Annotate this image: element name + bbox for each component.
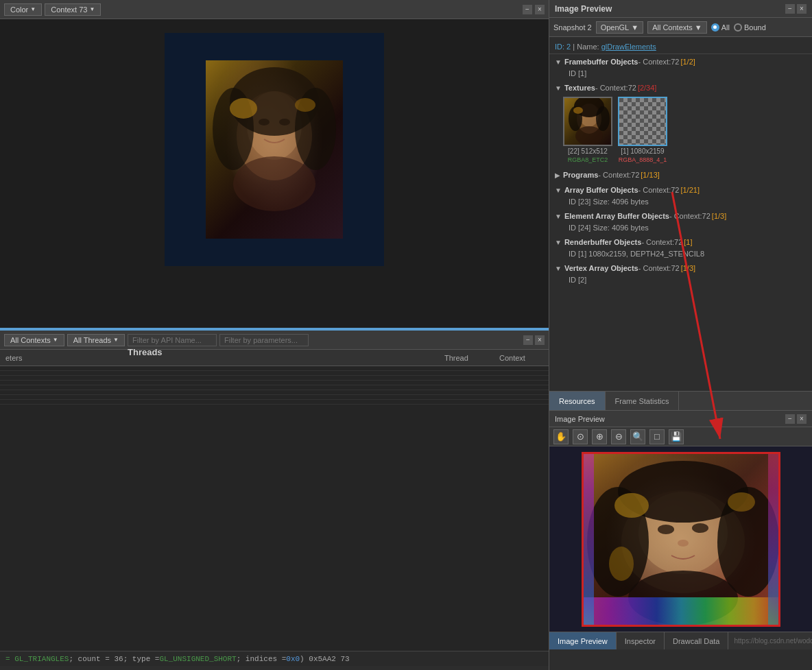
textures-context: - Context:72	[595, 84, 636, 92]
svg-point-15	[596, 106, 610, 131]
tool-hand-icon[interactable]: ✋	[553, 429, 569, 444]
function-name[interactable]: glDrawElements	[601, 43, 656, 51]
preview-image	[582, 452, 780, 627]
resources-toolbar: Snapshot 2 OpenGL ▼ All Contexts ▼ All B…	[549, 18, 812, 37]
tool-target-icon[interactable]: ⊙	[573, 429, 588, 444]
calltrace-close-button[interactable]: ×	[535, 335, 545, 345]
renderbuffer-children: ID [1] 1080x2159, DEPTH24_STENCIL8	[549, 248, 812, 259]
color-distortion-left	[584, 454, 594, 627]
textures-arrow-icon: ▼	[555, 84, 562, 92]
svg-point-21	[678, 540, 689, 547]
svg-point-28	[609, 547, 634, 581]
tool-square-icon[interactable]: □	[649, 429, 665, 444]
image-preview-close-button[interactable]: ×	[797, 414, 807, 424]
context-dropdown[interactable]: Context 73 ▼	[45, 3, 101, 16]
call-row-1[interactable]	[0, 366, 549, 371]
resources-minimize-button[interactable]: −	[785, 4, 795, 14]
renderbuffer-header[interactable]: ▼ Renderbuffer Objects - Context:72 [1]	[549, 236, 812, 248]
context-label: Context	[499, 354, 525, 362]
array-buffer-arrow-icon: ▼	[555, 187, 562, 194]
renderbuffer-item-1[interactable]: ID [1] 1080x2159, DEPTH24_STENCIL8	[563, 248, 812, 259]
calltrace-context-dropdown[interactable]: All Contexts ▼	[4, 334, 64, 346]
calltrace-content	[0, 366, 549, 651]
framebuffer-count: [1/2]	[680, 58, 695, 66]
programs-header[interactable]: ▶ Programs - Context:72 [1/13]	[549, 169, 812, 181]
radio-bound-option[interactable]: Bound	[734, 23, 766, 32]
svg-point-26	[614, 493, 649, 518]
programs-title: Programs	[563, 171, 598, 179]
array-buffer-item-1[interactable]: ID [23] Size: 4096 bytes	[563, 196, 812, 207]
programs-context: - Context:72	[598, 171, 639, 179]
call-row-4[interactable]	[0, 381, 549, 385]
textures-header[interactable]: ▼ Textures - Context:72 [2/34]	[549, 82, 812, 94]
tool-save-icon[interactable]: 💾	[669, 429, 684, 444]
opengl-dropdown[interactable]: OpenGL ▼	[596, 21, 643, 34]
statusbar-text2: ; indices =	[237, 655, 287, 663]
footer-tab-drawcall[interactable]: Drawcall Data	[665, 632, 728, 649]
all-contexts-dropdown[interactable]: All Contexts ▼	[647, 21, 707, 34]
radio-all-option[interactable]: All	[711, 23, 730, 32]
resources-window-controls: − ×	[785, 4, 807, 14]
calltrace-context-arrow-icon: ▼	[53, 337, 58, 343]
call-row-2[interactable]	[0, 371, 549, 376]
framebuffer-header[interactable]: ▼ Framebuffer Objects - Context:72 [1/2]	[549, 56, 812, 68]
calltrace-statusbar: = GL_TRIANGLES ; count = 36; type = GL_U…	[0, 651, 549, 666]
element-array-item-1[interactable]: ID [24] Size: 4096 bytes	[563, 222, 812, 233]
id-name-bar: ID: 2 | Name: glDrawElements	[549, 40, 812, 54]
call-row-6[interactable]	[0, 390, 549, 395]
viewport-close-button[interactable]: ×	[535, 5, 545, 14]
renderbuffer-arrow-icon: ▼	[555, 239, 562, 246]
statusbar-kw3: 0x0	[286, 655, 300, 663]
tool-zoom-out-icon[interactable]: ⊖	[611, 429, 626, 444]
vertex-array-header[interactable]: ▼ Vertex Array Objects - Context:72 [1/3…	[549, 262, 812, 274]
vertex-array-count: [1/3]	[681, 264, 695, 272]
thread-label: Thread	[444, 354, 468, 362]
svg-point-12	[575, 126, 603, 145]
image-preview-minimize-button[interactable]: −	[785, 414, 795, 424]
api-name-filter[interactable]	[128, 334, 217, 346]
element-array-children: ID [24] Size: 4096 bytes	[549, 222, 812, 233]
call-row-8[interactable]	[0, 400, 549, 405]
element-array-context: - Context:72	[669, 212, 710, 220]
texture-image-1	[563, 97, 612, 146]
call-row-7[interactable]	[0, 395, 549, 400]
texture-thumb-2[interactable]: [1] 1080x2159 RGBA_8888_4_1	[618, 97, 667, 163]
resources-content: ID: 2 | Name: glDrawElements ▼ Framebuff…	[549, 37, 812, 372]
threads-label: Threads	[128, 347, 163, 357]
element-array-header[interactable]: ▼ Element Array Buffer Objects - Context…	[549, 210, 812, 222]
framebuffer-item-1[interactable]: ID [1]	[563, 68, 812, 79]
calltrace-columns: eters Thread Context	[0, 350, 549, 366]
statusbar-text1: ; count = 36; type =	[69, 655, 159, 663]
calltrace-context-label: All Contexts	[10, 336, 51, 344]
texture-format-1: RGBA8_ETC2	[568, 156, 608, 163]
element-array-section: ▼ Element Array Buffer Objects - Context…	[549, 208, 812, 235]
texture-thumb-1[interactable]: [22] 512x512 RGBA8_ETC2	[563, 97, 612, 163]
call-row-5[interactable]	[0, 385, 549, 390]
viewport-minimize-button[interactable]: −	[523, 5, 532, 14]
framebuffer-children: ID [1]	[549, 68, 812, 79]
viewport-window-controls: − ×	[523, 5, 545, 14]
tool-zoom-in-icon[interactable]: ⊕	[592, 429, 607, 444]
footer-tab-inspector[interactable]: Inspector	[617, 632, 665, 649]
array-buffer-header[interactable]: ▼ Array Buffer Objects - Context:72 [1/2…	[549, 184, 812, 196]
tab-frame-statistics[interactable]: Frame Statistics	[606, 392, 680, 410]
tool-magnify-icon[interactable]: 🔍	[630, 429, 645, 444]
color-dropdown[interactable]: Color ▼	[4, 3, 42, 16]
renderbuffer-context: - Context:72	[641, 238, 682, 246]
vertex-array-item-1[interactable]: ID [2]	[563, 274, 812, 285]
texture-face-svg-1	[564, 98, 612, 146]
params-label: eters	[5, 354, 22, 362]
tab-resources-label: Resources	[559, 397, 595, 405]
resources-titlebar: Image Preview − ×	[549, 0, 812, 18]
calltrace-minimize-button[interactable]: −	[523, 335, 533, 345]
resources-close-button[interactable]: ×	[797, 4, 807, 14]
footer-url: https://blog.csdn.net/wodownload2	[728, 632, 812, 649]
params-filter[interactable]	[219, 334, 309, 346]
svg-point-8	[230, 98, 257, 119]
footer-tab-preview[interactable]: Image Preview	[549, 632, 617, 649]
call-row-3[interactable]	[0, 376, 549, 381]
image-preview-titlebar: Image Preview − ×	[549, 411, 812, 427]
calltrace-threads-dropdown[interactable]: All Threads ▼	[67, 334, 125, 346]
opengl-label: OpenGL	[601, 23, 630, 32]
tab-resources[interactable]: Resources	[549, 392, 606, 410]
